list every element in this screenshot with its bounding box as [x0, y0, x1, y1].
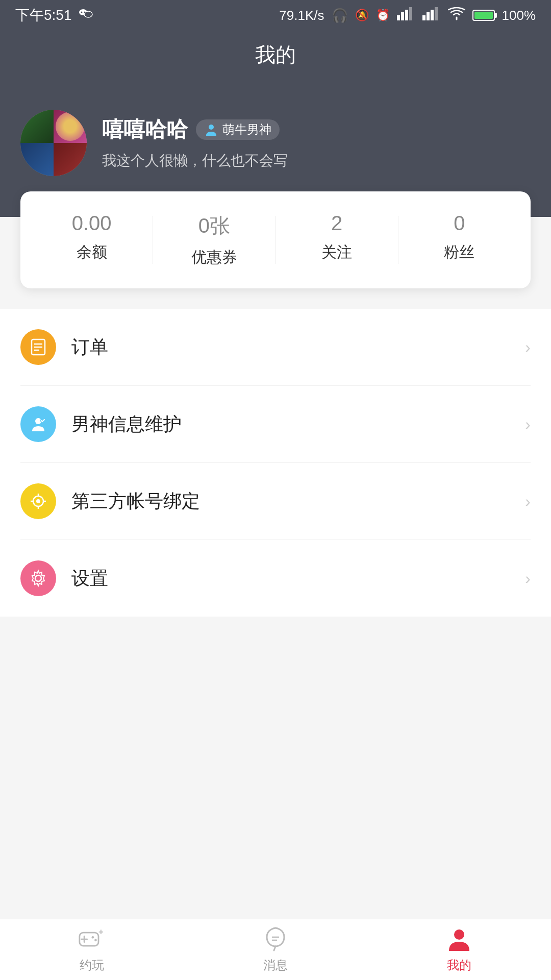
page-title: 我的 — [255, 43, 296, 66]
status-right: 79.1K/s 🎧 🔕 ⏰ — [279, 7, 536, 24]
coupon-label: 优惠券 — [191, 247, 237, 268]
svg-rect-7 — [401, 12, 404, 20]
svg-point-3 — [84, 11, 85, 13]
alarm-icon: ⏰ — [376, 9, 390, 22]
status-left: 下午5:51 — [15, 6, 93, 25]
settings-arrow: › — [525, 569, 531, 588]
svg-point-32 — [94, 939, 97, 941]
orders-icon — [20, 329, 56, 365]
balance-value: 0.00 — [72, 212, 112, 235]
page-header: 我的 — [0, 31, 551, 94]
profile-bio: 我这个人很懒，什么也不会写 — [102, 151, 288, 170]
messages-label: 消息 — [263, 957, 288, 973]
svg-point-5 — [89, 13, 90, 15]
svg-rect-6 — [397, 15, 400, 20]
svg-point-4 — [86, 13, 87, 15]
svg-point-2 — [81, 11, 82, 13]
stat-following[interactable]: 2 关注 — [276, 212, 398, 268]
profile-maintenance-label: 男神信息维护 — [71, 412, 525, 437]
svg-rect-13 — [435, 7, 438, 20]
headphone-icon: 🎧 — [332, 8, 348, 23]
stat-balance[interactable]: 0.00 余额 — [31, 212, 153, 268]
orders-arrow: › — [525, 338, 531, 357]
signal-icon — [397, 7, 415, 24]
svg-rect-10 — [422, 15, 425, 20]
time: 下午5:51 — [15, 6, 72, 25]
balance-label: 余额 — [77, 242, 107, 263]
signal2-icon — [422, 7, 441, 24]
account-binding-icon — [20, 483, 56, 519]
nav-item-play[interactable]: + 约玩 — [0, 919, 184, 980]
following-label: 关注 — [321, 242, 352, 263]
following-value: 2 — [331, 212, 342, 235]
menu-item-profile-maintenance[interactable]: 男神信息维护 › — [20, 386, 531, 463]
profile-name: 嘻嘻哈哈 — [102, 115, 188, 144]
orders-label: 订单 — [71, 335, 525, 360]
battery-icon — [472, 10, 495, 21]
wechat-icon — [78, 6, 93, 25]
nav-item-messages[interactable]: 消息 — [184, 919, 367, 980]
stats-card: 0.00 余额 0张 优惠券 2 关注 0 粉丝 — [20, 191, 531, 288]
stat-fans[interactable]: 0 粉丝 — [398, 212, 520, 268]
coupon-value: 0张 — [198, 212, 230, 240]
battery-percent: 100% — [502, 8, 536, 23]
svg-rect-11 — [427, 12, 430, 20]
badge-label: 萌牛男神 — [222, 121, 271, 138]
settings-label: 设置 — [71, 566, 525, 591]
settings-icon — [20, 560, 56, 596]
account-binding-arrow: › — [525, 492, 531, 511]
play-label: 约玩 — [80, 957, 104, 973]
play-icon: + — [79, 926, 105, 953]
mute-icon: 🔕 — [355, 9, 369, 22]
svg-rect-8 — [405, 10, 408, 20]
profile-maintenance-arrow: › — [525, 415, 531, 434]
svg-rect-9 — [409, 7, 412, 20]
svg-point-22 — [36, 499, 40, 503]
profile-maintenance-icon — [20, 406, 56, 442]
account-binding-label: 第三方帐号绑定 — [71, 489, 525, 514]
menu-item-account-binding[interactable]: 第三方帐号绑定 › — [20, 463, 531, 540]
svg-rect-12 — [431, 10, 434, 20]
bottom-nav: + 约玩 消息 我的 — [0, 919, 551, 980]
fans-label: 粉丝 — [444, 242, 474, 263]
menu-item-orders[interactable]: 订单 › — [20, 309, 531, 386]
speed: 79.1K/s — [279, 8, 324, 23]
avatar[interactable] — [20, 110, 87, 176]
profile-info: 嘻嘻哈哈 萌牛男神 我这个人很懒，什么也不会写 — [102, 115, 288, 170]
wifi-icon — [448, 7, 465, 24]
stat-coupon[interactable]: 0张 优惠券 — [153, 212, 275, 268]
svg-point-14 — [209, 125, 214, 130]
svg-point-31 — [92, 936, 94, 939]
mine-icon — [446, 926, 472, 953]
mine-label: 我的 — [447, 957, 471, 973]
nav-item-mine[interactable]: 我的 — [367, 919, 551, 980]
svg-point-37 — [454, 929, 464, 940]
fans-value: 0 — [454, 212, 465, 235]
svg-point-27 — [35, 575, 41, 581]
messages-icon — [262, 926, 289, 953]
profile-badge: 萌牛男神 — [196, 119, 280, 140]
menu-item-settings[interactable]: 设置 › — [20, 540, 531, 617]
status-bar: 下午5:51 79.1K/s 🎧 🔕 ⏰ — [0, 0, 551, 31]
main-menu: 订单 › 男神信息维护 › 第三方帐号绑定 — [0, 309, 551, 617]
profile-name-row: 嘻嘻哈哈 萌牛男神 — [102, 115, 288, 144]
svg-text:+: + — [98, 928, 104, 937]
